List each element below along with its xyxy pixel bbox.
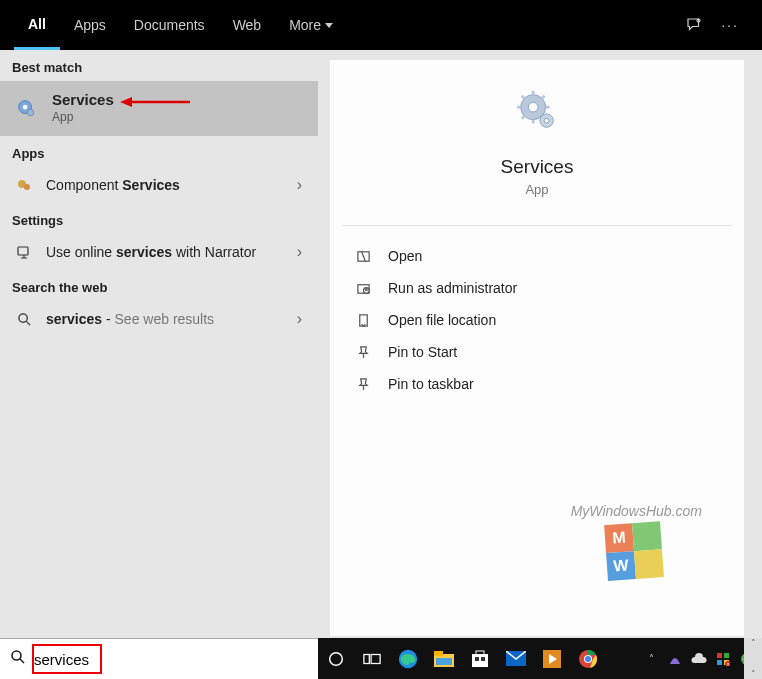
component-services-icon <box>14 177 34 193</box>
svg-rect-50 <box>724 653 729 658</box>
svg-point-7 <box>24 184 30 190</box>
svg-marker-5 <box>120 97 132 107</box>
section-settings: Settings <box>0 203 318 234</box>
result-label: services - See web results <box>46 311 214 327</box>
result-label: Use online services with Narrator <box>46 244 256 260</box>
pin-icon <box>354 377 372 392</box>
taskbar-edge-icon[interactable] <box>390 638 426 679</box>
action-pin-to-start[interactable]: Pin to Start <box>330 336 744 368</box>
best-match-subtitle: App <box>52 110 114 124</box>
tab-all[interactable]: All <box>14 0 60 50</box>
taskbar: ˄ × <box>318 638 762 679</box>
svg-point-2 <box>23 104 28 109</box>
tab-apps[interactable]: Apps <box>60 0 120 50</box>
svg-line-18 <box>522 116 525 119</box>
svg-point-3 <box>27 109 33 115</box>
tray-onedrive-icon[interactable] <box>688 638 710 679</box>
folder-location-icon <box>354 313 372 328</box>
svg-point-22 <box>544 118 549 123</box>
search-bar <box>0 638 318 679</box>
search-input[interactable] <box>34 651 308 668</box>
tab-documents[interactable]: Documents <box>120 0 219 50</box>
services-large-gear-icon <box>514 88 560 138</box>
result-component-services[interactable]: Component Services › <box>0 167 318 203</box>
watermark: MyWindowsHub.com M W <box>571 503 702 579</box>
action-run-as-admin[interactable]: Run as administrator <box>330 272 744 304</box>
svg-line-10 <box>26 321 30 325</box>
result-web-services[interactable]: services - See web results › <box>0 301 318 337</box>
section-best-match: Best match <box>0 50 318 81</box>
search-filter-tabs: All Apps Documents Web More ··· <box>0 0 762 50</box>
taskbar-taskview-icon[interactable] <box>354 638 390 679</box>
taskbar-explorer-icon[interactable] <box>426 638 462 679</box>
tray-security-icon[interactable]: × <box>712 638 734 679</box>
narrator-icon <box>14 244 34 260</box>
pin-icon <box>354 345 372 360</box>
chevron-right-icon: › <box>297 243 302 261</box>
scrollbar[interactable]: ˄˅ <box>744 638 762 679</box>
svg-rect-49 <box>717 653 722 658</box>
result-label: Component Services <box>46 177 180 193</box>
svg-point-9 <box>18 313 26 321</box>
taskbar-media-icon[interactable] <box>534 638 570 679</box>
action-open[interactable]: Open <box>330 240 744 272</box>
chevron-down-icon <box>325 23 333 28</box>
tab-more[interactable]: More <box>275 0 347 50</box>
tray-app-icon[interactable] <box>664 638 686 679</box>
svg-rect-42 <box>481 657 485 661</box>
tab-web[interactable]: Web <box>219 0 276 50</box>
section-apps: Apps <box>0 136 318 167</box>
svg-rect-38 <box>436 658 452 665</box>
best-match-title: Services <box>52 91 114 108</box>
result-narrator-services[interactable]: Use online services with Narrator › <box>0 234 318 270</box>
action-open-file-location[interactable]: Open file location <box>330 304 744 336</box>
svg-line-19 <box>542 96 545 99</box>
best-match-result[interactable]: Services App <box>0 81 318 136</box>
taskbar-chrome-icon[interactable] <box>570 638 606 679</box>
svg-rect-27 <box>359 314 367 325</box>
more-options-icon[interactable]: ··· <box>712 17 748 33</box>
detail-subtitle: App <box>525 182 548 197</box>
tray-up-icon[interactable]: ˄ <box>640 638 662 679</box>
svg-line-31 <box>20 659 24 663</box>
svg-rect-34 <box>371 654 380 663</box>
svg-line-16 <box>522 96 525 99</box>
action-pin-to-taskbar[interactable]: Pin to taskbar <box>330 368 744 400</box>
taskbar-mail-icon[interactable] <box>498 638 534 679</box>
services-gear-icon <box>12 94 40 122</box>
svg-rect-51 <box>717 660 722 665</box>
svg-rect-41 <box>475 657 479 661</box>
svg-point-30 <box>12 651 21 660</box>
detail-title: Services <box>501 156 574 178</box>
open-icon <box>354 249 372 264</box>
svg-rect-37 <box>434 651 443 656</box>
taskbar-store-icon[interactable] <box>462 638 498 679</box>
svg-rect-8 <box>18 247 28 255</box>
search-icon <box>10 649 26 669</box>
results-list: Best match Services App Apps Component S… <box>0 50 318 638</box>
feedback-icon[interactable] <box>676 16 712 34</box>
divider <box>342 225 732 226</box>
svg-point-32 <box>330 652 343 665</box>
chevron-right-icon: › <box>297 176 302 194</box>
search-icon <box>14 312 34 327</box>
chevron-right-icon: › <box>297 310 302 328</box>
annotation-arrow-icon <box>120 95 190 113</box>
svg-rect-39 <box>472 654 488 667</box>
shield-admin-icon <box>354 281 372 296</box>
svg-point-48 <box>585 656 591 662</box>
svg-rect-33 <box>364 654 369 663</box>
taskbar-cortana-icon[interactable] <box>318 638 354 679</box>
section-web: Search the web <box>0 270 318 301</box>
svg-point-20 <box>528 102 538 112</box>
svg-text:×: × <box>727 661 730 666</box>
